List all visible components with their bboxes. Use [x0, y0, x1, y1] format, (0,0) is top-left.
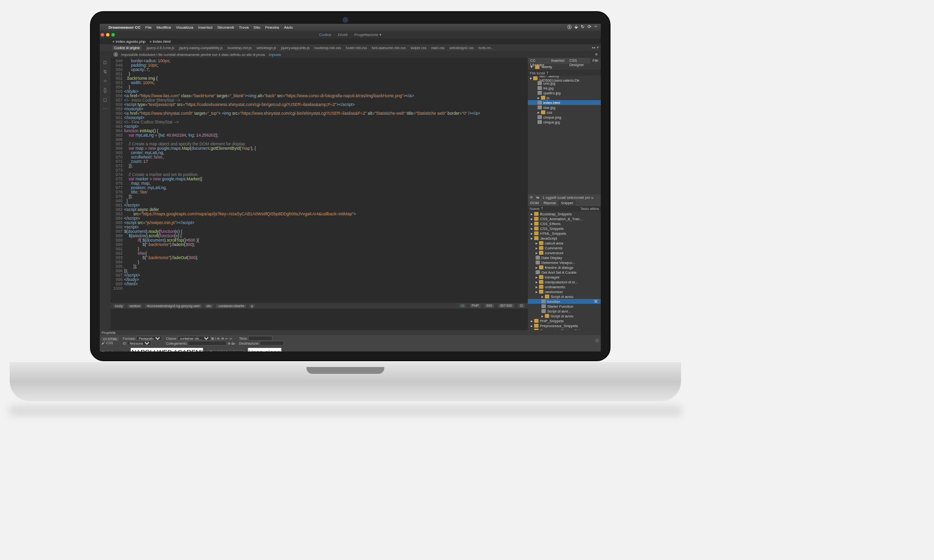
related-file[interactable]: jquery.waypoints.js — [281, 46, 310, 50]
tab-css-designer[interactable]: CSS Designer — [567, 58, 590, 64]
preview-icon[interactable]: ⊡ — [518, 304, 525, 308]
snippet-key-header[interactable]: Tasto attiva — [580, 207, 599, 211]
info-icon: i — [113, 52, 118, 57]
status-position: 367:692 — [498, 304, 514, 308]
code-body[interactable]: border-radius: 100px; padding: 10px; opa… — [124, 58, 528, 330]
properties-panel: Proprietà <> HTML 🖌 CSS Formato Paragraf… — [100, 330, 601, 351]
menu-help[interactable]: Aiuto — [284, 25, 293, 30]
related-file[interactable]: jquery-easing-compatibility.js — [179, 46, 222, 50]
snippet-name-header[interactable]: Nome ⇡ — [530, 207, 544, 211]
css-tab[interactable]: 🖌 CSS — [102, 341, 119, 345]
info-message: Impossibile individuare i file correlati… — [121, 53, 266, 56]
related-file[interactable]: fonts.mi... — [479, 46, 493, 50]
related-file[interactable]: jquery-2.0.3.min.js — [146, 46, 174, 50]
refresh-icon[interactable]: ⟳ — [530, 195, 533, 200]
link-input[interactable] — [188, 341, 227, 346]
view-split[interactable]: Dividi — [338, 33, 348, 37]
wifi-icon[interactable]: ⌔ — [594, 24, 597, 31]
info-action-link[interactable]: Imposta — [269, 53, 281, 56]
format-label: Formato — [123, 337, 135, 340]
menu-edit[interactable]: Modifica — [157, 25, 171, 30]
right-panel: CC Libraries Inserisci CSS Designer File… — [528, 58, 601, 330]
class-label: Classe — [166, 337, 176, 340]
target-label: Destinazione — [239, 342, 258, 345]
related-file[interactable]: bootstrap.min.css — [314, 46, 341, 50]
wand-icon[interactable]: ✧ — [103, 78, 107, 84]
bold-button[interactable]: B — [212, 337, 214, 340]
window-close-icon[interactable] — [101, 33, 104, 36]
filter-icon[interactable]: ▸▸ ▾ — [592, 46, 599, 50]
crumb[interactable]: .container.clearfix — [216, 304, 246, 308]
sync-icon[interactable]: ↻ — [581, 24, 585, 31]
title-input[interactable] — [248, 336, 272, 341]
files-header[interactable]: File locali ⇡ — [528, 70, 601, 76]
skype-icon[interactable]: ⓢ — [567, 24, 572, 31]
window-zoom-icon[interactable] — [111, 33, 115, 36]
page-props-button[interactable]: Proprietà di pagina... — [206, 350, 245, 351]
related-file[interactable]: main.css — [431, 46, 445, 50]
dropbox-icon[interactable]: ⬙ — [575, 24, 578, 31]
view-design[interactable]: Progettazione ▾ — [354, 33, 381, 37]
menu-file[interactable]: File — [145, 25, 152, 30]
sync-icon[interactable]: ⇆ — [536, 195, 539, 200]
file-tree[interactable]: ▾ Sito - twenty (HD500:Users:valerio:De … — [528, 76, 601, 194]
tab-files[interactable]: File — [590, 58, 601, 64]
more-icon[interactable]: ⋯ — [103, 106, 108, 111]
crumb[interactable]: #corsowebdesign2.bg-grey.bg-web — [145, 304, 201, 308]
file-icon[interactable]: 🗋 — [103, 60, 108, 65]
view-code[interactable]: Codice — [319, 33, 331, 37]
left-tool-gutter: 🗋 ⇅ ✧ {} ◻ ⋯ — [100, 58, 110, 330]
help-icon[interactable]: ⓘ — [595, 338, 599, 343]
status-mode: INS — [485, 304, 494, 308]
manage-icon[interactable]: ⇅ — [103, 69, 107, 74]
format-select[interactable]: Paragrafo — [136, 336, 162, 341]
menu-tools[interactable]: Strumenti — [217, 25, 234, 30]
related-file[interactable]: footer.min.css — [346, 46, 367, 50]
tab-assets[interactable]: Risorse — [541, 200, 558, 206]
clock-icon[interactable]: ⟳ — [588, 24, 592, 31]
document-tabs: × index-agosto.php × index.html — [100, 38, 601, 44]
tab-cc-libraries[interactable]: CC Libraries — [528, 58, 549, 64]
snippet-tree[interactable]: ▸ Bootstrap_Snippets▸ CSS_Animation_&_Tr… — [528, 211, 601, 330]
folder-icon — [535, 65, 539, 69]
tab-snippets[interactable]: Snippet — [558, 200, 575, 206]
related-file[interactable]: bootstrap.min.js — [228, 46, 251, 50]
menu-window[interactable]: Finestra — [265, 25, 279, 30]
link-label: Collegamento — [166, 342, 187, 345]
italic-button[interactable]: I — [215, 337, 216, 340]
window-minimize-icon[interactable] — [106, 33, 109, 36]
related-file[interactable]: webdesign2.css — [449, 46, 474, 50]
source-code-tab[interactable]: Codice di origine — [112, 46, 142, 50]
comment-icon[interactable]: ◻ — [103, 97, 107, 102]
status-lang[interactable]: PHP — [470, 304, 481, 308]
id-select[interactable]: Nessuna — [127, 341, 151, 346]
site-select[interactable]: twenty — [541, 65, 552, 69]
class-select[interactable]: container cle... — [178, 336, 211, 341]
crumb[interactable]: section — [127, 304, 142, 308]
code-editor[interactable]: 9489499509519529539549559569579589599609… — [110, 58, 528, 330]
related-file[interactable]: webdesign.js — [256, 46, 276, 50]
doc-title-input[interactable] — [130, 348, 203, 351]
doc-tab[interactable]: × index-agosto.php — [112, 39, 145, 44]
info-bar: i Impossibile individuare i file correla… — [100, 51, 601, 58]
menu-site[interactable]: Sito — [253, 25, 260, 30]
info-close-icon[interactable]: ⊗ — [595, 52, 598, 56]
related-file[interactable]: font-awesome.min.css — [372, 46, 406, 50]
html-tab[interactable]: <> HTML — [102, 337, 119, 341]
menu-view[interactable]: Visualizza — [176, 25, 194, 30]
menu-find[interactable]: Trova — [239, 25, 249, 30]
dom-breadcrumb: body section #corsowebdesign2.bg-grey.bg… — [110, 303, 528, 309]
menu-insert[interactable]: Inserisci — [198, 25, 212, 30]
crumb[interactable]: div — [205, 304, 213, 308]
related-file[interactable]: swiper.css — [411, 46, 426, 50]
define-servers-icon[interactable]: ▼ — [530, 65, 533, 69]
tab-insert[interactable]: Inserisci — [549, 58, 567, 64]
crumb[interactable]: body — [113, 304, 125, 308]
properties-title: Proprietà — [100, 330, 601, 335]
crumb[interactable]: p — [249, 304, 255, 308]
doc-tab[interactable]: × index.html — [149, 39, 170, 44]
target-input[interactable] — [260, 341, 284, 346]
brackets-icon[interactable]: {} — [104, 88, 107, 93]
tab-dom[interactable]: DOM — [528, 200, 541, 206]
list-item-input[interactable] — [248, 348, 282, 351]
